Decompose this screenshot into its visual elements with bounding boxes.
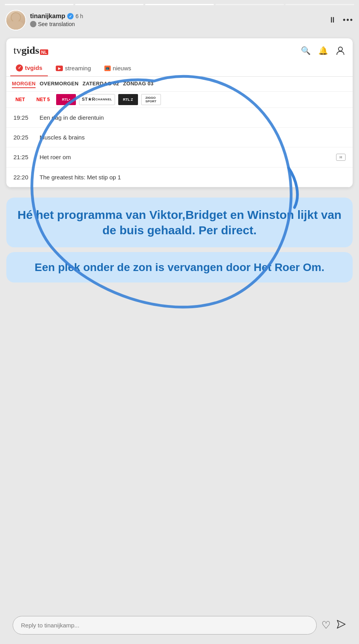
tab-streaming-label: streaming <box>65 65 91 72</box>
channel-rtlz[interactable]: RTL Z <box>118 94 138 105</box>
nieuws-tv-icon: 📺 <box>104 66 111 71</box>
tab-streaming[interactable]: ▶ streaming <box>50 60 96 76</box>
program-list: 19:25 Een dag in de dierentuin 20:25 Mus… <box>6 108 353 187</box>
reply-bar: ♡ <box>6 616 353 635</box>
story-container: tinanijkamp ✓ 6 h See translation ⏸ ••• … <box>0 0 359 644</box>
tvgids-check-icon: ✓ <box>16 64 23 72</box>
channel-net[interactable]: NET <box>10 94 30 105</box>
tab-nieuws[interactable]: 📺 nieuws <box>99 60 137 76</box>
channel-ziggo[interactable]: ZIGGOSPORT <box>141 94 161 105</box>
tab-nieuws-label: nieuws <box>113 65 131 72</box>
program-time-4: 22:20 <box>13 174 33 181</box>
translate-icon <box>30 21 36 27</box>
program-time-3: 21:25 <box>13 154 33 160</box>
channel-rtl[interactable]: RTL• <box>56 94 76 105</box>
avatar[interactable] <box>6 10 26 30</box>
time-ago: 6 h <box>76 13 83 19</box>
progress-bar-2 <box>75 4 144 5</box>
main-bubble-text: Hé het programma van Viktor,Bridget en W… <box>17 207 342 238</box>
verified-badge: ✓ <box>67 13 74 19</box>
hd-badge: H <box>336 154 346 161</box>
channel-row: NET NET 5 RTL• ST★RCHANNEL RTL Z ZIGGOSP… <box>6 92 353 108</box>
program-item-3[interactable]: 21:25 Het roer om H <box>6 147 353 168</box>
day-zaterdag[interactable]: ZATERDAG 02 <box>83 80 119 88</box>
search-icon[interactable]: 🔍 <box>300 45 311 56</box>
pause-button[interactable]: ⏸ <box>329 15 336 24</box>
progress-bar-3 <box>145 4 214 5</box>
streaming-yt-icon: ▶ <box>56 66 63 71</box>
channel-star[interactable]: ST★RCHANNEL <box>79 94 115 105</box>
progress-bars <box>0 0 359 8</box>
program-item-1[interactable]: 19:25 Een dag in de dierentuin <box>6 108 353 128</box>
progress-bar-5 <box>285 4 354 5</box>
more-button[interactable]: ••• <box>343 15 353 24</box>
header-info: tinanijkamp ✓ 6 h See translation <box>30 13 325 27</box>
person-icon[interactable] <box>335 45 346 56</box>
reply-input[interactable] <box>13 616 317 635</box>
program-title-4: The greatest hits: Met stip op 1 <box>40 174 346 181</box>
day-nav: MORGEN OVERMORGEN ZATERDAG 02 ZONDAG 03 <box>6 77 353 92</box>
username-row: tinanijkamp ✓ 6 h <box>30 13 325 20</box>
svg-point-0 <box>338 47 342 51</box>
program-title-2: Muscles & brains <box>40 134 346 141</box>
logo-tv: tv <box>13 45 21 56</box>
program-time-1: 19:25 <box>13 114 33 121</box>
text-bubble-secondary: Een plek onder de zon is vervangen door … <box>6 252 353 283</box>
progress-bar-4 <box>215 4 284 5</box>
progress-bar-1 <box>5 4 74 5</box>
story-header: tinanijkamp ✓ 6 h See translation ⏸ ••• <box>0 8 359 34</box>
channel-net5[interactable]: NET 5 <box>33 94 53 105</box>
day-zondag[interactable]: ZONDAG 03 <box>123 80 153 88</box>
program-item-4[interactable]: 22:20 The greatest hits: Met stip op 1 <box>6 168 353 187</box>
program-item-2[interactable]: 20:25 Muscles & brains <box>6 128 353 147</box>
tvguide-card: tvgidsNL 🔍 🔔 ✓ tvgids ▶ st <box>6 38 353 187</box>
see-translation[interactable]: See translation <box>30 21 325 27</box>
header-actions: ⏸ ••• <box>329 15 353 24</box>
username[interactable]: tinanijkamp <box>30 13 65 20</box>
logo-nl: NL <box>40 49 48 55</box>
program-time-2: 20:25 <box>13 134 33 141</box>
bell-icon[interactable]: 🔔 <box>318 45 328 56</box>
heart-icon[interactable]: ♡ <box>321 619 331 631</box>
svg-marker-1 <box>337 620 345 628</box>
send-icon[interactable] <box>336 619 346 632</box>
tab-tvgids[interactable]: ✓ tvgids <box>10 60 48 76</box>
day-overmorgen[interactable]: OVERMORGEN <box>40 80 78 88</box>
program-title-1: Een dag in de dierentuin <box>40 114 346 121</box>
tvguide-tabs: ✓ tvgids ▶ streaming 📺 nieuws <box>6 60 353 77</box>
logo-gids: gids <box>21 45 39 56</box>
see-translation-label: See translation <box>38 21 75 27</box>
tvguide-icons: 🔍 🔔 <box>300 45 346 56</box>
secondary-bubble-text: Een plek onder de zon is vervangen door … <box>17 260 342 275</box>
program-title-3: Het roer om <box>40 154 330 160</box>
tvguide-header: tvgidsNL 🔍 🔔 <box>6 38 353 60</box>
tvgids-logo[interactable]: tvgidsNL <box>13 45 48 56</box>
day-morgen[interactable]: MORGEN <box>12 80 36 88</box>
text-bubble-main: Hé het programma van Viktor,Bridget en W… <box>6 198 353 247</box>
reply-actions: ♡ <box>321 619 346 632</box>
tab-tvgids-label: tvgids <box>25 64 42 71</box>
